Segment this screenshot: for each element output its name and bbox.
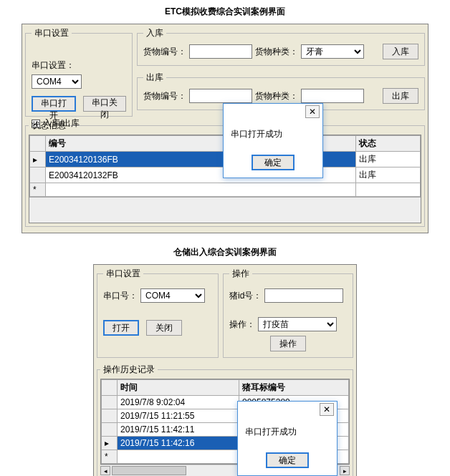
dialog-message-2: 串口打开成功 <box>238 417 337 450</box>
cell-state: 出库 <box>356 167 421 183</box>
serial-port-label-2: 串口号： <box>103 290 138 302</box>
cell-state: 出库 <box>356 152 421 167</box>
serial-close-button[interactable]: 串口关闭 <box>83 96 126 112</box>
inbound-legend: 入库 <box>143 27 166 39</box>
cell-id <box>46 183 356 197</box>
row-marker-icon: ▸ <box>30 152 46 167</box>
op-button[interactable]: 操作 <box>270 336 306 351</box>
outbound-goods-kind-input[interactable] <box>301 89 364 103</box>
inbound-goods-id-label: 货物编号： <box>143 46 186 58</box>
cell-time: 2019/7/15 11:42:16 <box>118 437 239 450</box>
row-marker-header <box>30 136 46 152</box>
inbound-goods-kind-label: 货物种类： <box>255 46 298 58</box>
table-footer <box>29 197 421 223</box>
row-marker-header <box>102 380 118 396</box>
serial-port-select[interactable]: COM4 <box>32 74 82 89</box>
section1-panel: 串口设置 串口设置： COM4 串口打开 串口关闭 ✓ 入库/出库 <box>21 24 429 233</box>
row-marker-icon: * <box>102 450 118 464</box>
inbound-group: 入库 货物编号： 货物种类： 牙膏 入库 <box>137 27 425 66</box>
pig-id-input[interactable] <box>264 288 343 303</box>
row-marker-icon: * <box>30 183 46 197</box>
outbound-goods-kind-label: 货物种类： <box>255 90 298 102</box>
section1-caption: ETC模拟收费综合实训案例界面 <box>0 0 450 24</box>
open-button-2[interactable]: 打开 <box>103 320 139 336</box>
pig-id-label: 猪id号： <box>229 290 262 302</box>
op-select[interactable]: 打疫苗 <box>258 317 337 331</box>
dialog-ok-button-2[interactable]: 确定 <box>266 452 309 468</box>
inbound-goods-kind-select[interactable]: 牙膏 <box>301 44 364 59</box>
section2-caption: 仓储出入综合实训案例界面 <box>0 241 450 264</box>
scroll-left-icon[interactable]: ◂ <box>100 466 110 475</box>
col-header-state[interactable]: 状态 <box>356 136 421 152</box>
cell-time: 2019/7/15 11:21:55 <box>118 409 239 423</box>
dialog-message: 串口打开成功 <box>224 120 322 152</box>
status-info-legend: 状态信息 <box>29 120 69 132</box>
scroll-right-icon[interactable]: ▸ <box>340 466 350 475</box>
serial-settings-group-2: 串口设置 串口号： COM4 打开 关闭 <box>97 268 219 358</box>
op-select-label: 操作： <box>229 319 255 331</box>
inbound-button[interactable]: 入库 <box>383 44 418 59</box>
row-marker-icon <box>30 167 46 183</box>
row-marker-icon: ▸ <box>102 437 118 450</box>
section2-panel: 串口设置 串口号： COM4 打开 关闭 操作 猪id号： 操作： 打疫苗 <box>93 264 357 476</box>
outbound-goods-id-label: 货物编号： <box>143 90 186 102</box>
close-button-2[interactable]: 关闭 <box>146 320 182 336</box>
dialog-ok-button[interactable]: 确定 <box>252 155 295 170</box>
serial-port-select-2[interactable]: COM4 <box>140 288 205 303</box>
cell-state <box>356 183 421 197</box>
cell-time: 2019/7/15 11:42:11 <box>118 423 239 437</box>
serial-settings-legend-2: 串口设置 <box>103 268 143 280</box>
table-row[interactable]: * <box>30 183 421 197</box>
outbound-goods-id-input[interactable] <box>189 89 252 103</box>
operation-group: 操作 猪id号： 操作： 打疫苗 操作 <box>223 268 353 358</box>
message-dialog: ✕ 串口打开成功 确定 <box>223 103 323 178</box>
history-legend: 操作历史记录 <box>100 364 158 376</box>
inbound-goods-id-input[interactable] <box>189 44 252 59</box>
col-header-ear[interactable]: 猪耳标编号 <box>239 380 349 396</box>
serial-port-label: 串口设置： <box>32 59 75 72</box>
operation-legend: 操作 <box>229 268 252 280</box>
message-dialog-2: ✕ 串口打开成功 确定 <box>237 401 338 476</box>
outbound-button[interactable]: 出库 <box>383 88 418 104</box>
scroll-thumb[interactable] <box>112 466 186 475</box>
outbound-legend: 出库 <box>143 72 166 84</box>
serial-settings-group: 串口设置 串口设置： COM4 串口打开 串口关闭 ✓ 入库/出库 <box>25 27 133 117</box>
close-icon[interactable]: ✕ <box>305 105 320 118</box>
cell-time: 2019/7/8 9:02:04 <box>118 396 239 409</box>
close-icon[interactable]: ✕ <box>320 403 334 416</box>
serial-settings-legend: 串口设置 <box>32 27 72 39</box>
col-header-time[interactable]: 时间 <box>118 380 239 396</box>
serial-open-button[interactable]: 串口打开 <box>32 96 76 112</box>
